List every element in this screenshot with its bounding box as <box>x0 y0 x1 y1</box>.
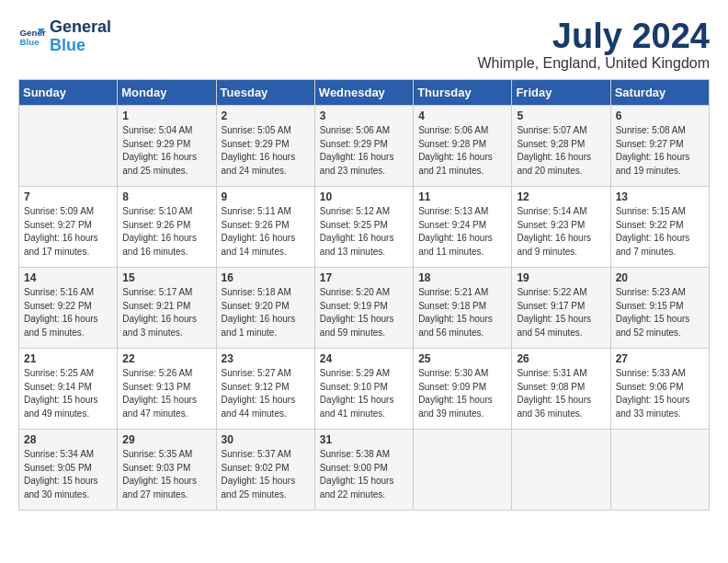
calendar-header-row: SundayMondayTuesdayWednesdayThursdayFrid… <box>19 80 710 106</box>
calendar-cell: 11Sunrise: 5:13 AM Sunset: 9:24 PM Dayli… <box>414 187 512 268</box>
calendar-cell: 2Sunrise: 5:05 AM Sunset: 9:29 PM Daylig… <box>216 106 314 187</box>
day-number: 30 <box>222 433 310 446</box>
calendar-week-row: 14Sunrise: 5:16 AM Sunset: 9:22 PM Dayli… <box>19 268 710 349</box>
calendar-cell: 22Sunrise: 5:26 AM Sunset: 9:13 PM Dayli… <box>118 349 216 430</box>
day-number: 4 <box>418 109 506 122</box>
calendar-cell: 31Sunrise: 5:38 AM Sunset: 9:00 PM Dayli… <box>314 430 413 511</box>
day-number: 2 <box>222 109 310 122</box>
day-info: Sunrise: 5:38 AM Sunset: 9:00 PM Dayligh… <box>320 448 408 501</box>
day-number: 29 <box>122 433 210 446</box>
day-info: Sunrise: 5:34 AM Sunset: 9:05 PM Dayligh… <box>24 448 112 501</box>
calendar-cell: 1Sunrise: 5:04 AM Sunset: 9:29 PM Daylig… <box>118 106 216 187</box>
title-area: July 2024 Whimple, England, United Kingd… <box>477 18 710 72</box>
day-info: Sunrise: 5:35 AM Sunset: 9:03 PM Dayligh… <box>122 448 210 501</box>
day-number: 8 <box>122 190 210 203</box>
calendar-cell: 27Sunrise: 5:33 AM Sunset: 9:06 PM Dayli… <box>610 349 709 430</box>
day-info: Sunrise: 5:07 AM Sunset: 9:28 PM Dayligh… <box>517 124 605 178</box>
day-info: Sunrise: 5:29 AM Sunset: 9:10 PM Dayligh… <box>320 367 408 420</box>
calendar-cell <box>610 430 709 511</box>
day-info: Sunrise: 5:11 AM Sunset: 9:26 PM Dayligh… <box>222 205 310 259</box>
day-number: 16 <box>222 271 310 284</box>
calendar-week-row: 7Sunrise: 5:09 AM Sunset: 9:27 PM Daylig… <box>19 187 710 268</box>
day-number: 10 <box>320 190 408 203</box>
day-info: Sunrise: 5:08 AM Sunset: 9:27 PM Dayligh… <box>616 124 704 178</box>
logo-line2: Blue <box>50 37 111 55</box>
calendar-cell: 8Sunrise: 5:10 AM Sunset: 9:26 PM Daylig… <box>118 187 216 268</box>
day-info: Sunrise: 5:31 AM Sunset: 9:08 PM Dayligh… <box>517 367 605 420</box>
calendar-cell <box>414 430 512 511</box>
day-info: Sunrise: 5:22 AM Sunset: 9:17 PM Dayligh… <box>517 286 605 339</box>
day-info: Sunrise: 5:17 AM Sunset: 9:21 PM Dayligh… <box>122 286 210 339</box>
calendar-day-header: Monday <box>118 80 216 106</box>
day-info: Sunrise: 5:09 AM Sunset: 9:27 PM Dayligh… <box>24 205 112 259</box>
day-number: 31 <box>320 433 408 446</box>
day-info: Sunrise: 5:37 AM Sunset: 9:02 PM Dayligh… <box>222 448 310 501</box>
calendar-cell: 25Sunrise: 5:30 AM Sunset: 9:09 PM Dayli… <box>414 349 512 430</box>
location-title: Whimple, England, United Kingdom <box>477 55 710 72</box>
calendar-day-header: Saturday <box>610 80 709 106</box>
calendar-cell: 19Sunrise: 5:22 AM Sunset: 9:17 PM Dayli… <box>512 268 610 349</box>
day-number: 13 <box>616 190 704 203</box>
day-number: 23 <box>222 352 310 365</box>
calendar-cell: 21Sunrise: 5:25 AM Sunset: 9:14 PM Dayli… <box>19 349 118 430</box>
day-number: 21 <box>24 352 112 365</box>
calendar-day-header: Wednesday <box>314 80 413 106</box>
day-number: 27 <box>616 352 704 365</box>
day-info: Sunrise: 5:20 AM Sunset: 9:19 PM Dayligh… <box>320 286 408 339</box>
day-number: 22 <box>122 352 210 365</box>
calendar-cell <box>512 430 610 511</box>
calendar-cell: 23Sunrise: 5:27 AM Sunset: 9:12 PM Dayli… <box>216 349 314 430</box>
svg-text:Blue: Blue <box>20 37 40 47</box>
calendar-cell: 7Sunrise: 5:09 AM Sunset: 9:27 PM Daylig… <box>19 187 118 268</box>
day-number: 15 <box>122 271 210 284</box>
day-info: Sunrise: 5:27 AM Sunset: 9:12 PM Dayligh… <box>222 367 310 420</box>
day-number: 11 <box>418 190 506 203</box>
day-number: 25 <box>418 352 506 365</box>
day-info: Sunrise: 5:04 AM Sunset: 9:29 PM Dayligh… <box>122 124 210 178</box>
calendar-cell: 13Sunrise: 5:15 AM Sunset: 9:22 PM Dayli… <box>610 187 709 268</box>
logo-icon: General Blue <box>18 23 46 51</box>
calendar-cell: 12Sunrise: 5:14 AM Sunset: 9:23 PM Dayli… <box>512 187 610 268</box>
calendar-cell: 16Sunrise: 5:18 AM Sunset: 9:20 PM Dayli… <box>216 268 314 349</box>
day-info: Sunrise: 5:12 AM Sunset: 9:25 PM Dayligh… <box>320 205 408 259</box>
day-number: 19 <box>517 271 605 284</box>
calendar-cell: 29Sunrise: 5:35 AM Sunset: 9:03 PM Dayli… <box>118 430 216 511</box>
calendar-cell: 15Sunrise: 5:17 AM Sunset: 9:21 PM Dayli… <box>118 268 216 349</box>
day-info: Sunrise: 5:06 AM Sunset: 9:28 PM Dayligh… <box>418 124 506 178</box>
day-number: 20 <box>616 271 704 284</box>
day-info: Sunrise: 5:23 AM Sunset: 9:15 PM Dayligh… <box>616 286 704 339</box>
day-info: Sunrise: 5:18 AM Sunset: 9:20 PM Dayligh… <box>222 286 310 339</box>
day-number: 7 <box>24 190 112 203</box>
day-info: Sunrise: 5:25 AM Sunset: 9:14 PM Dayligh… <box>24 367 112 420</box>
calendar-cell: 3Sunrise: 5:06 AM Sunset: 9:29 PM Daylig… <box>314 106 413 187</box>
calendar-cell: 28Sunrise: 5:34 AM Sunset: 9:05 PM Dayli… <box>19 430 118 511</box>
calendar-day-header: Thursday <box>414 80 512 106</box>
day-info: Sunrise: 5:14 AM Sunset: 9:23 PM Dayligh… <box>517 205 605 259</box>
logo-line1: General <box>50 18 111 37</box>
calendar-cell: 10Sunrise: 5:12 AM Sunset: 9:25 PM Dayli… <box>314 187 413 268</box>
day-info: Sunrise: 5:21 AM Sunset: 9:18 PM Dayligh… <box>418 286 506 339</box>
day-number: 9 <box>222 190 310 203</box>
calendar-cell: 14Sunrise: 5:16 AM Sunset: 9:22 PM Dayli… <box>19 268 118 349</box>
month-title: July 2024 <box>477 18 710 53</box>
day-number: 28 <box>24 433 112 446</box>
day-number: 6 <box>616 109 704 122</box>
calendar-cell: 26Sunrise: 5:31 AM Sunset: 9:08 PM Dayli… <box>512 349 610 430</box>
day-info: Sunrise: 5:10 AM Sunset: 9:26 PM Dayligh… <box>122 205 210 259</box>
calendar-cell: 20Sunrise: 5:23 AM Sunset: 9:15 PM Dayli… <box>610 268 709 349</box>
calendar-week-row: 21Sunrise: 5:25 AM Sunset: 9:14 PM Dayli… <box>19 349 710 430</box>
day-info: Sunrise: 5:06 AM Sunset: 9:29 PM Dayligh… <box>320 124 408 178</box>
calendar-week-row: 28Sunrise: 5:34 AM Sunset: 9:05 PM Dayli… <box>19 430 710 511</box>
day-info: Sunrise: 5:15 AM Sunset: 9:22 PM Dayligh… <box>616 205 704 259</box>
calendar-day-header: Friday <box>512 80 610 106</box>
day-number: 17 <box>320 271 408 284</box>
day-number: 12 <box>517 190 605 203</box>
calendar-day-header: Sunday <box>19 80 118 106</box>
day-number: 14 <box>24 271 112 284</box>
day-number: 26 <box>517 352 605 365</box>
calendar-cell <box>19 106 118 187</box>
day-number: 18 <box>418 271 506 284</box>
calendar-cell: 5Sunrise: 5:07 AM Sunset: 9:28 PM Daylig… <box>512 106 610 187</box>
calendar-table: SundayMondayTuesdayWednesdayThursdayFrid… <box>18 79 710 511</box>
calendar-cell: 17Sunrise: 5:20 AM Sunset: 9:19 PM Dayli… <box>314 268 413 349</box>
